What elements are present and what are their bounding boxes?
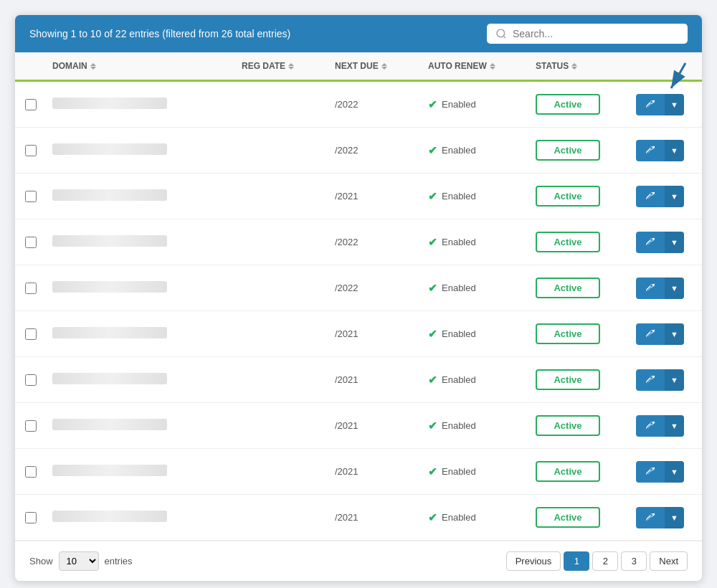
svg-point-9: [652, 376, 652, 377]
autorenew-label-10: Enabled: [442, 512, 476, 523]
action-dropdown-btn-9[interactable]: ▼: [665, 461, 684, 483]
action-wrench-btn-8[interactable]: [636, 415, 665, 437]
search-icon: [495, 28, 507, 39]
action-dropdown-btn-3[interactable]: ▼: [665, 186, 684, 207]
checkbox-9[interactable]: [25, 466, 37, 478]
row-domain-3: [47, 184, 236, 209]
page-btn-2[interactable]: 2: [592, 551, 618, 571]
page-btn-3[interactable]: 3: [621, 551, 647, 571]
row-domain-2: [47, 138, 236, 163]
action-dropdown-btn-8[interactable]: ▼: [665, 415, 684, 437]
action-dropdown-btn-5[interactable]: ▼: [665, 278, 684, 299]
checkbox-8[interactable]: [25, 420, 37, 432]
autorenew-label-6: Enabled: [442, 328, 476, 339]
svg-point-12: [652, 514, 652, 515]
action-wrench-btn-6[interactable]: [636, 323, 665, 345]
row-regdate-9: [236, 466, 329, 478]
row-checkbox-10: [15, 506, 47, 529]
action-dropdown-btn-4[interactable]: ▼: [665, 232, 684, 253]
row-checkbox-3: [15, 185, 47, 208]
checkbox-10[interactable]: [25, 512, 37, 523]
svg-point-5: [652, 193, 652, 194]
checkbox-6[interactable]: [25, 328, 37, 340]
action-dropdown-btn-6[interactable]: ▼: [665, 323, 684, 345]
svg-point-4: [652, 147, 652, 148]
page-btn-1[interactable]: 1: [564, 551, 589, 571]
checkbox-5[interactable]: [25, 283, 37, 294]
autorenew-label-3: Enabled: [442, 191, 476, 201]
search-input[interactable]: [513, 28, 679, 39]
blurred-domain-2: [52, 143, 167, 155]
col-actions: [630, 52, 702, 80]
action-wrench-btn-3[interactable]: [636, 186, 665, 207]
svg-point-10: [652, 422, 652, 423]
row-actions-7: ▼: [630, 364, 702, 397]
next-button[interactable]: Next: [650, 551, 688, 571]
checkbox-4[interactable]: [25, 237, 37, 248]
svg-line-1: [503, 36, 505, 38]
status-badge-3: Active: [536, 186, 600, 207]
action-wrench-btn-5[interactable]: [636, 278, 665, 299]
checkbox-3[interactable]: [25, 191, 37, 202]
row-checkbox-9: [15, 460, 47, 483]
action-dropdown-btn-10[interactable]: ▼: [665, 507, 684, 528]
col-checkbox: [15, 52, 47, 80]
status-badge-2: Active: [536, 140, 600, 161]
checkbox-1[interactable]: [25, 99, 37, 110]
row-checkbox-4: [15, 231, 47, 254]
check-icon-5: ✔: [428, 282, 437, 295]
table-row: /2021 ✔ Enabled Active ▼: [15, 311, 702, 357]
action-dropdown-btn-2[interactable]: ▼: [665, 140, 684, 161]
table-row: /2021 ✔ Enabled Active ▼: [15, 174, 702, 219]
col-next-due[interactable]: NEXT DUE: [329, 52, 422, 80]
row-actions-8: ▼: [630, 409, 702, 442]
row-nextdue-8: /2021: [329, 414, 422, 437]
action-wrench-btn-9[interactable]: [636, 461, 665, 483]
row-status-5: Active: [530, 272, 630, 304]
action-wrench-btn-10[interactable]: [636, 507, 665, 528]
svg-point-3: [652, 101, 652, 102]
row-domain-8: [47, 413, 236, 438]
col-auto-renew[interactable]: AUTO RENEW: [422, 52, 530, 80]
row-autorenew-4: ✔ Enabled: [422, 230, 530, 255]
checkbox-2[interactable]: [25, 145, 37, 156]
row-nextdue-3: /2021: [329, 185, 422, 207]
sort-domain-icon[interactable]: [90, 63, 96, 70]
autorenew-label-1: Enabled: [442, 99, 476, 110]
sort-autorenew-icon[interactable]: [490, 63, 495, 70]
status-badge-6: Active: [536, 323, 600, 344]
svg-point-7: [652, 285, 652, 285]
sort-status-icon[interactable]: [571, 63, 577, 70]
table-row: /2021 ✔ Enabled Active ▼: [15, 357, 702, 403]
table-row: /2022 ✔ Enabled Active ▼: [15, 219, 702, 265]
sort-regdate-icon[interactable]: [288, 63, 294, 70]
prev-button[interactable]: Previous: [506, 551, 561, 571]
action-dropdown-btn-1[interactable]: ▼: [665, 94, 684, 115]
col-reg-date[interactable]: REG DATE: [236, 52, 329, 80]
action-wrench-btn-2[interactable]: [636, 140, 665, 161]
check-icon-4: ✔: [428, 236, 437, 249]
row-actions-2: ▼: [630, 134, 702, 167]
col-status[interactable]: STATUS: [530, 52, 630, 80]
blurred-domain-7: [52, 373, 167, 384]
row-status-4: Active: [530, 226, 630, 258]
action-wrench-btn-4[interactable]: [636, 232, 665, 253]
entries-select[interactable]: 10 25 50 100: [59, 551, 99, 571]
table-body: /2022 ✔ Enabled Active ▼: [15, 82, 702, 541]
action-wrench-btn-1[interactable]: [636, 94, 665, 115]
row-regdate-7: [236, 374, 329, 386]
row-regdate-10: [236, 512, 329, 523]
blurred-domain-4: [52, 235, 167, 247]
action-wrench-btn-7[interactable]: [636, 369, 665, 391]
sort-nextdue-icon[interactable]: [381, 63, 387, 70]
check-icon-9: ✔: [428, 465, 437, 478]
row-nextdue-6: /2021: [329, 323, 422, 345]
row-actions-1: ▼: [630, 88, 702, 121]
row-autorenew-9: ✔ Enabled: [422, 460, 530, 484]
checkbox-7[interactable]: [25, 374, 37, 386]
pagination: Previous123Next: [506, 551, 688, 571]
action-dropdown-btn-7[interactable]: ▼: [665, 369, 684, 391]
row-domain-10: [47, 505, 236, 530]
col-domain[interactable]: DOMAIN: [47, 52, 236, 80]
row-domain-6: [47, 321, 236, 346]
